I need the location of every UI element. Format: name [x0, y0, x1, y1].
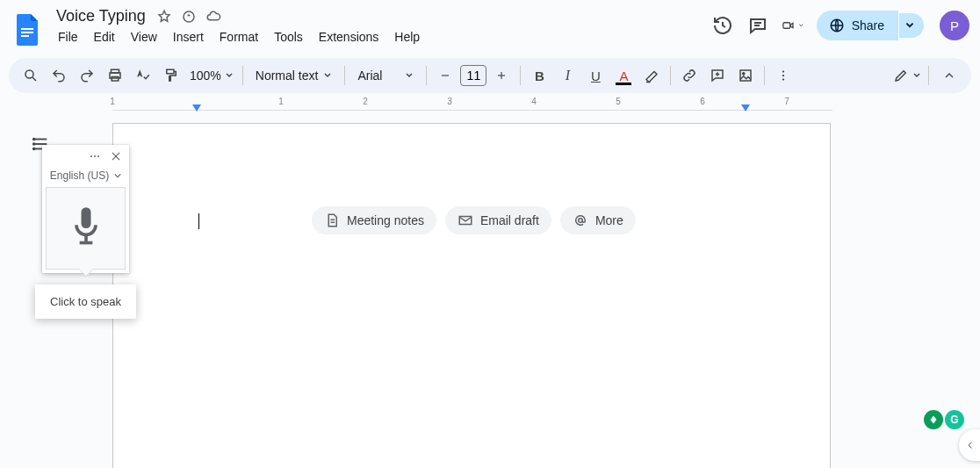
- comments-icon[interactable]: [746, 14, 769, 37]
- collapse-toolbar-button[interactable]: [936, 62, 962, 89]
- document-icon: [324, 212, 340, 228]
- decrease-font-button[interactable]: [432, 62, 458, 89]
- svg-rect-1: [21, 32, 33, 33]
- star-icon[interactable]: [156, 9, 172, 25]
- menu-format[interactable]: Format: [213, 26, 265, 47]
- menu-help[interactable]: Help: [387, 26, 427, 47]
- account-avatar[interactable]: P: [940, 11, 969, 40]
- caret-down-icon: [323, 71, 332, 80]
- ruler-number: 2: [363, 97, 368, 106]
- menu-view[interactable]: View: [124, 26, 164, 47]
- at-icon: [573, 212, 588, 228]
- redo-button[interactable]: [74, 62, 100, 89]
- share-caret-button[interactable]: [899, 13, 924, 38]
- meet-button[interactable]: [782, 14, 804, 37]
- ruler-number: 3: [447, 97, 452, 106]
- bold-button[interactable]: B: [526, 62, 552, 89]
- svg-rect-13: [167, 69, 174, 74]
- svg-line-9: [32, 77, 36, 81]
- more-toolbar-button[interactable]: [770, 62, 796, 89]
- svg-rect-19: [740, 70, 751, 81]
- cloud-saved-icon[interactable]: [205, 9, 221, 25]
- insert-link-button[interactable]: [676, 62, 703, 89]
- separator: [344, 66, 345, 85]
- voice-language-value: English (US): [50, 169, 109, 182]
- paint-format-button[interactable]: [158, 62, 184, 89]
- menu-tools[interactable]: Tools: [267, 26, 310, 47]
- separator: [928, 66, 929, 85]
- microphone-icon: [67, 204, 105, 253]
- share-label: Share: [852, 18, 884, 32]
- svg-point-28: [33, 143, 35, 145]
- italic-button[interactable]: I: [554, 62, 580, 89]
- svg-point-34: [90, 155, 92, 157]
- zoom-select[interactable]: 100%: [186, 68, 237, 83]
- horizontal-ruler[interactable]: 1 1 2 3 4 5 6 7: [112, 97, 832, 111]
- ruler-number: 5: [616, 97, 621, 106]
- voice-panel-close-button[interactable]: [108, 148, 124, 164]
- svg-point-21: [782, 70, 784, 72]
- underline-button[interactable]: U: [582, 62, 609, 89]
- highlight-button[interactable]: [638, 62, 665, 89]
- print-button[interactable]: [102, 62, 128, 89]
- suggestion-chip-more[interactable]: More: [560, 206, 636, 234]
- style-value: Normal text: [256, 68, 319, 83]
- chevron-left-icon: [965, 440, 976, 450]
- menu-insert[interactable]: Insert: [166, 26, 211, 47]
- docs-logo[interactable]: [11, 12, 46, 47]
- history-icon[interactable]: [711, 14, 734, 37]
- search-menus-button[interactable]: [18, 62, 44, 89]
- svg-point-20: [743, 73, 745, 75]
- font-select[interactable]: Arial: [350, 68, 421, 83]
- left-indent-handle[interactable]: [192, 104, 201, 113]
- suggestion-chip-meeting-notes[interactable]: Meeting notes: [312, 206, 436, 234]
- suggestion-chip-email-draft[interactable]: Email draft: [445, 206, 551, 234]
- svg-point-35: [94, 155, 96, 157]
- undo-button[interactable]: [46, 62, 72, 89]
- move-icon[interactable]: [181, 9, 197, 25]
- right-indent-handle[interactable]: [741, 104, 750, 113]
- editing-mode-button[interactable]: [893, 62, 921, 89]
- toolbar: 100% Normal text Arial B I U A: [9, 58, 971, 93]
- voice-typing-panel[interactable]: English (US): [42, 145, 129, 273]
- share-button[interactable]: Share: [817, 11, 898, 40]
- spellcheck-button[interactable]: [130, 62, 156, 89]
- increase-font-button[interactable]: [488, 62, 515, 89]
- tooltip-text: Click to speak: [50, 295, 121, 308]
- menu-extensions[interactable]: Extensions: [312, 26, 386, 47]
- insert-image-button[interactable]: [732, 62, 759, 89]
- voice-panel-menu-button[interactable]: [87, 148, 103, 164]
- svg-point-23: [782, 78, 784, 80]
- extension-icon[interactable]: [924, 410, 943, 429]
- paragraph-style-select[interactable]: Normal text: [249, 68, 340, 83]
- grammarly-icon[interactable]: G: [945, 410, 964, 429]
- voice-tooltip: Click to speak: [35, 284, 136, 319]
- caret-down-icon: [904, 20, 915, 31]
- svg-rect-0: [21, 28, 33, 30]
- caret-down-icon: [912, 71, 921, 80]
- diamond-icon: [928, 414, 939, 425]
- font-value: Arial: [357, 68, 382, 83]
- text-color-button[interactable]: A: [610, 62, 637, 89]
- zoom-value: 100%: [190, 68, 221, 83]
- add-comment-button[interactable]: [704, 62, 731, 89]
- font-size-input[interactable]: [460, 65, 486, 86]
- svg-rect-2: [21, 35, 29, 37]
- voice-mic-button[interactable]: [46, 187, 126, 270]
- separator: [426, 66, 427, 85]
- separator: [242, 66, 243, 85]
- menu-bar: File Edit View Insert Format Tools Exten…: [51, 25, 427, 47]
- document-page[interactable]: Meeting notes Email draft More: [112, 123, 831, 468]
- svg-rect-39: [81, 207, 90, 228]
- ruler-number: 1: [278, 97, 284, 106]
- voice-language-select[interactable]: English (US): [42, 168, 129, 187]
- menu-edit[interactable]: Edit: [87, 26, 122, 47]
- caret-down-icon: [114, 172, 121, 179]
- caret-down-icon: [798, 21, 803, 30]
- menu-file[interactable]: File: [51, 26, 85, 47]
- email-icon: [458, 212, 473, 228]
- chip-label: Email draft: [480, 213, 539, 227]
- document-title[interactable]: Voice Typing: [54, 7, 148, 25]
- svg-point-3: [184, 11, 194, 22]
- side-panel-toggle[interactable]: [959, 429, 980, 461]
